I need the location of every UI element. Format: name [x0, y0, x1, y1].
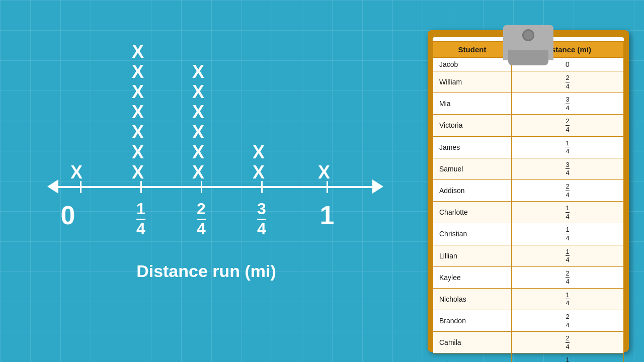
table-row: Camila24: [433, 332, 624, 353]
x-mark: X: [192, 163, 204, 182]
student-name: Samuel: [433, 158, 512, 179]
student-distance: 14: [512, 223, 624, 245]
table-header-student: Student: [433, 42, 512, 58]
student-distance: 24: [512, 266, 624, 288]
table-row: Victoria24: [433, 115, 624, 136]
distance-run-label: Distance run (mi): [20, 261, 392, 281]
student-distance: 14: [512, 202, 624, 223]
student-distance: 24: [512, 115, 624, 136]
x-mark: X: [192, 123, 204, 141]
student-distance: 34: [512, 158, 624, 179]
table-row: James14: [433, 136, 624, 158]
number-line-axis: [50, 186, 377, 188]
number-line-area: X X X X X X X X X X X X X X X X X 0 1 4 …: [20, 15, 392, 317]
student-distance-table: Student Distance (mi) Jacob0William24Mia…: [433, 41, 624, 362]
x-mark: X: [192, 103, 204, 121]
tick-1: [327, 181, 328, 193]
clipboard-clip-bottom: [508, 50, 548, 65]
arrow-right: [372, 179, 383, 194]
student-name: William: [433, 71, 512, 93]
student-distance: 14: [512, 288, 624, 310]
student-name: Nicholas: [433, 288, 512, 310]
x-mark: X: [132, 83, 144, 101]
student-name: Addison: [433, 179, 512, 201]
table-row: Mia34: [433, 93, 624, 115]
student-name: Camila: [433, 332, 512, 353]
tick-3quarter: [261, 181, 263, 193]
table-row: Arianna14: [433, 353, 624, 362]
x-mark: X: [132, 163, 144, 182]
table-row: Charlotte14: [433, 202, 624, 223]
clipboard: Student Distance (mi) Jacob0William24Mia…: [423, 5, 634, 357]
student-name: Arianna: [433, 353, 512, 362]
tick-0: [80, 181, 82, 193]
table-row: Samuel34: [433, 158, 624, 179]
nl-label-3quarter: 3 4: [257, 200, 266, 238]
clipboard-body: Student Distance (mi) Jacob0William24Mia…: [428, 30, 629, 352]
student-name: Charlotte: [433, 202, 512, 223]
student-distance: 24: [512, 332, 624, 353]
nl-label-0: 0: [61, 200, 75, 230]
x-mark: X: [192, 63, 204, 81]
x-mark: X: [253, 163, 265, 182]
student-distance: 14: [512, 353, 624, 362]
student-distance: 24: [512, 71, 624, 93]
student-name: Kaylee: [433, 266, 512, 288]
x-mark: X: [132, 143, 144, 161]
clipboard-paper: Student Distance (mi) Jacob0William24Mia…: [433, 37, 624, 347]
tick-half: [201, 181, 202, 193]
student-name: Jacob: [433, 58, 512, 71]
table-row: Brandon24: [433, 310, 624, 332]
student-distance: 34: [512, 93, 624, 115]
student-name: Mia: [433, 93, 512, 115]
student-distance: 14: [512, 245, 624, 266]
student-name: Victoria: [433, 115, 512, 136]
student-name: Christian: [433, 223, 512, 245]
student-distance: 14: [512, 136, 624, 158]
x-mark: X: [70, 163, 83, 182]
x-mark: X: [132, 123, 144, 141]
student-name: James: [433, 136, 512, 158]
nl-label-quarter: 1 4: [136, 200, 145, 238]
nl-label-half: 2 4: [197, 200, 206, 238]
x-mark: X: [318, 163, 330, 182]
table-row: Nicholas14: [433, 288, 624, 310]
table-row: Addison24: [433, 179, 624, 201]
tick-quarter: [140, 181, 142, 193]
table-row: William24: [433, 71, 624, 93]
student-name: Lillian: [433, 245, 512, 266]
student-distance: 24: [512, 310, 624, 332]
table-row: Kaylee24: [433, 266, 624, 288]
x-mark: X: [253, 143, 265, 161]
student-distance: 24: [512, 179, 624, 201]
table-row: Christian14: [433, 223, 624, 245]
x-mark: X: [132, 43, 144, 61]
x-mark: X: [132, 63, 144, 81]
nl-label-1: 1: [320, 200, 335, 230]
x-mark: X: [132, 103, 144, 121]
x-mark: X: [192, 143, 204, 161]
table-row: Lillian14: [433, 245, 624, 266]
x-mark: X: [192, 83, 204, 101]
student-name: Brandon: [433, 310, 512, 332]
